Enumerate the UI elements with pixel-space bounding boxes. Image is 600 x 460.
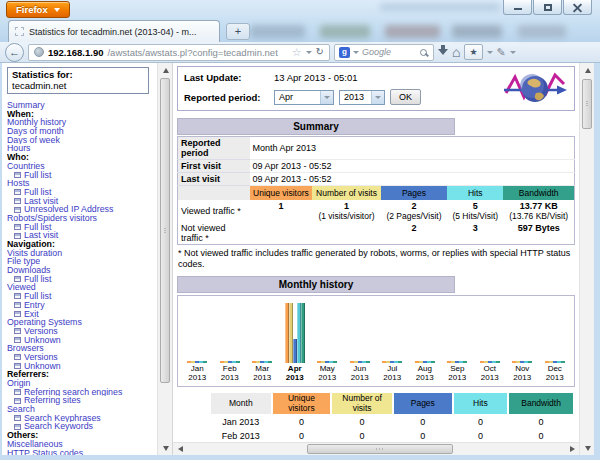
sidebar-item-operating-systems[interactable]: Operating Systems: [7, 318, 155, 327]
sidebar-item-viewed[interactable]: Viewed: [7, 283, 155, 292]
scroll-down-arrow[interactable]: [580, 441, 595, 455]
select-arrow-button[interactable]: [320, 91, 333, 104]
sidebar-item-label: Full list: [24, 223, 51, 232]
scroll-up-arrow[interactable]: [580, 63, 595, 77]
sidebar-item-label: Unresolved IP Address: [24, 205, 113, 214]
search-bar[interactable]: g Google: [334, 44, 434, 61]
section-window-icon: [14, 363, 21, 369]
sidebar-item-label: Who:: [7, 153, 29, 162]
sidebar-item-versions[interactable]: Versions: [7, 353, 155, 362]
sidebar-item-exit[interactable]: Exit: [7, 310, 155, 319]
summary-info-value: Month Apr 2013: [250, 137, 575, 160]
section-window-icon: [14, 389, 21, 395]
monthly-value-cell: 0: [273, 429, 331, 442]
ok-button[interactable]: OK: [390, 89, 421, 105]
sidebar-item-visits-duration[interactable]: Visits duration: [7, 249, 155, 258]
sidebar-item-unresolved-ip-address[interactable]: Unresolved IP Address: [7, 205, 155, 214]
back-button[interactable]: ←: [5, 43, 24, 62]
sidebar-item-entry[interactable]: Entry: [7, 301, 155, 310]
sidebar-item-label: Hours: [7, 144, 30, 153]
sidebar-item-monthly-history[interactable]: Monthly history: [7, 118, 155, 127]
sidebar-item-versions[interactable]: Versions: [7, 327, 155, 336]
summary-info-value: 09 Apr 2013 - 05:52: [250, 160, 575, 173]
section-window-icon: [14, 328, 21, 334]
chart-month-group-jan-2013: [181, 361, 214, 363]
scroll-down-arrow[interactable]: [158, 441, 173, 455]
summary-col-hits: Hits: [447, 186, 503, 201]
scroll-right-arrow[interactable]: [565, 443, 579, 455]
new-tab-button[interactable]: +: [226, 23, 250, 40]
monthly-value-cell: 0: [332, 415, 392, 428]
statistics-for-box: Statistics for: tecadmin.net: [7, 67, 149, 94]
search-icon[interactable]: [420, 49, 427, 56]
close-button[interactable]: [563, 0, 592, 15]
main-vertical-scrollbar[interactable]: [579, 63, 594, 455]
firefox-app-button[interactable]: Firefox: [6, 1, 70, 18]
sidebar-item-referring-sites[interactable]: Referring sites: [7, 396, 155, 405]
sidebar-item-origin[interactable]: Origin: [7, 379, 155, 388]
section-window-icon: [14, 172, 21, 178]
sidebar-item-hosts[interactable]: Hosts: [7, 179, 155, 188]
urlbar-dropdown-icon[interactable]: [306, 51, 312, 54]
sidebar-item-search[interactable]: Search: [7, 405, 155, 414]
feedback-pen-button[interactable]: ✎: [497, 46, 506, 59]
sidebar-item-full-list[interactable]: Full list: [7, 275, 155, 284]
sidebar-item-referring-search-engines[interactable]: Referring search engines: [7, 388, 155, 397]
sidebar-item-summary[interactable]: Summary: [7, 101, 155, 110]
sidebar-item-days-of-month[interactable]: Days of month: [7, 127, 155, 136]
summary-viewed-row: Viewed traffic *11(1 visits/visitor)2(2 …: [178, 200, 575, 222]
window-controls: [502, 0, 592, 15]
sidebar-item-http-status-codes[interactable]: HTTP Status codes: [7, 449, 155, 456]
sidebar-scrollbar[interactable]: [157, 63, 172, 455]
sidebar-item-countries[interactable]: Countries: [7, 162, 155, 171]
scroll-up-arrow[interactable]: [158, 63, 173, 77]
bookmarks-button[interactable]: ★: [464, 44, 482, 60]
sidebar-item-unknown[interactable]: Unknown: [7, 336, 155, 345]
sidebar-item-file-type[interactable]: File type: [7, 257, 155, 266]
scrollbar-thumb[interactable]: [307, 444, 453, 454]
scroll-left-arrow[interactable]: [173, 443, 187, 455]
sidebar-item-last-visit[interactable]: Last visit: [7, 197, 155, 206]
sidebar-item-unknown[interactable]: Unknown: [7, 362, 155, 371]
browser-tab[interactable]: Statistics for tecadmin.net (2013-04) - …: [8, 20, 220, 42]
sidebar-item-last-visit[interactable]: Last visit: [7, 231, 155, 240]
viewed-traffic-value: 13.77 KB(13.76 KB/Visit): [503, 200, 574, 222]
value-sub: (13.76 KB/Visit): [506, 211, 571, 221]
downloads-button[interactable]: [438, 49, 448, 55]
sidebar-item-label: Navigation:: [7, 240, 55, 249]
awstats-logo: [502, 69, 568, 111]
toolbar-overflow-icon[interactable]: [510, 51, 516, 54]
sidebar-item-days-of-week[interactable]: Days of week: [7, 136, 155, 145]
sidebar-item-label: Last visit: [24, 231, 58, 240]
sidebar-item-search-keyphrases[interactable]: Search Keyphrases: [7, 414, 155, 423]
viewed-traffic-value: 2(2 Pages/Visit): [381, 200, 447, 222]
select-arrow-button[interactable]: [371, 91, 384, 104]
address-bar[interactable]: 192.168.1.90 /awstats/awstats.pl?config=…: [28, 44, 330, 61]
scrollbar-thumb[interactable]: [582, 79, 592, 129]
viewed-traffic-label: Viewed traffic *: [178, 200, 250, 222]
sidebar-item-full-list[interactable]: Full list: [7, 188, 155, 197]
home-button[interactable]: ⌂: [452, 45, 460, 59]
bookmark-star-icon[interactable]: ☆: [292, 47, 302, 58]
sidebar-item-downloads[interactable]: Downloads: [7, 266, 155, 275]
scrollbar-thumb[interactable]: [160, 78, 170, 383]
search-engine-dropdown-icon[interactable]: [353, 51, 359, 54]
bookmarks-dropdown-icon[interactable]: [487, 51, 493, 54]
sidebar-item-full-list[interactable]: Full list: [7, 171, 155, 180]
maximize-button[interactable]: [533, 0, 562, 15]
main-horizontal-scrollbar[interactable]: [173, 442, 579, 455]
sidebar-item-full-list[interactable]: Full list: [7, 223, 155, 232]
sidebar-item-miscellaneous[interactable]: Miscellaneous: [7, 440, 155, 449]
sidebar-item-search-keywords[interactable]: Search Keywords: [7, 422, 155, 431]
sidebar-item-full-list[interactable]: Full list: [7, 292, 155, 301]
minimize-button[interactable]: [503, 0, 532, 15]
sidebar-item-browsers[interactable]: Browsers: [7, 344, 155, 353]
baseline-dash-bandwidth-kb: [496, 361, 500, 363]
window-bottom-border: [0, 455, 600, 460]
year-select[interactable]: 2013: [339, 90, 385, 105]
month-select[interactable]: Apr: [274, 90, 334, 105]
sidebar-item-robots-spiders-visitors[interactable]: Robots/Spiders visitors: [7, 214, 155, 223]
sidebar-item-hours[interactable]: Hours: [7, 144, 155, 153]
section-window-icon: [14, 207, 21, 213]
reload-icon[interactable]: ↻: [316, 47, 324, 57]
